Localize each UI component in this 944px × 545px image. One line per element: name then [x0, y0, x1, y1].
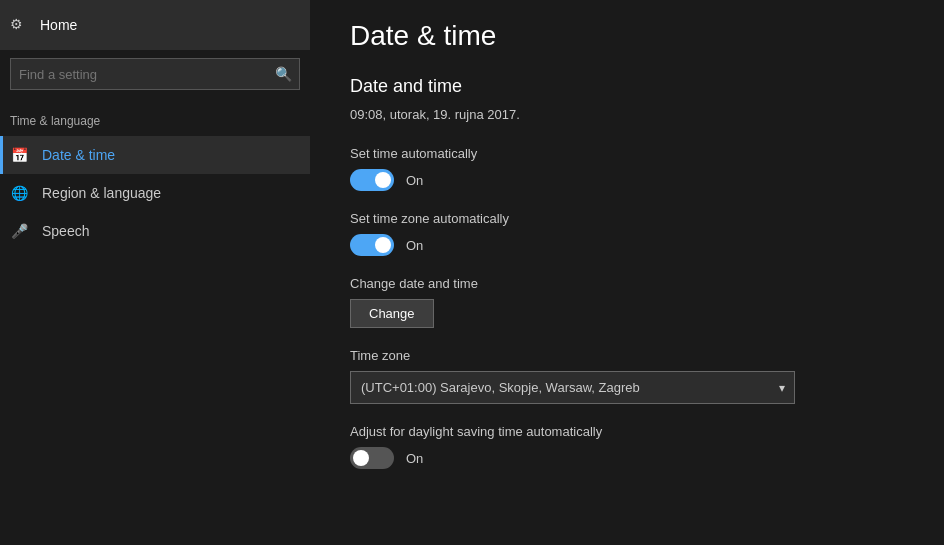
set-time-auto-toggle-row: On: [350, 169, 904, 191]
sidebar-section-label: Time & language: [0, 106, 310, 136]
set-timezone-auto-state: On: [406, 238, 423, 253]
set-timezone-auto-label: Set time zone automatically: [350, 211, 904, 226]
sidebar-item-home[interactable]: ⚙ Home: [0, 0, 310, 50]
timezone-select[interactable]: (UTC+01:00) Sarajevo, Skopje, Warsaw, Za…: [350, 371, 795, 404]
change-date-time-row: Change date and time Change: [350, 276, 904, 328]
search-box-container: 🔍: [0, 50, 310, 106]
set-timezone-auto-toggle-knob: [375, 237, 391, 253]
set-time-auto-toggle-knob: [375, 172, 391, 188]
sidebar-item-region-language[interactable]: 🌐 Region & language: [0, 174, 310, 212]
set-time-auto-state: On: [406, 173, 423, 188]
sidebar-item-speech-label: Speech: [42, 223, 89, 239]
search-input[interactable]: [11, 67, 267, 82]
set-timezone-auto-row: Set time zone automatically On: [350, 211, 904, 256]
region-icon: 🌐: [10, 184, 28, 202]
gear-icon: ⚙: [10, 16, 28, 34]
dst-toggle-knob: [353, 450, 369, 466]
dst-label: Adjust for daylight saving time automati…: [350, 424, 904, 439]
timezone-select-wrapper: (UTC+01:00) Sarajevo, Skopje, Warsaw, Za…: [350, 371, 795, 404]
change-date-time-label: Change date and time: [350, 276, 904, 291]
calendar-icon: 📅: [10, 146, 28, 164]
dst-toggle-row: On: [350, 447, 904, 469]
time-zone-label: Time zone: [350, 348, 904, 363]
main-content: Date & time Date and time 09:08, utorak,…: [310, 0, 944, 545]
change-button[interactable]: Change: [350, 299, 434, 328]
speech-icon: 🎤: [10, 222, 28, 240]
sidebar-item-date-time-label: Date & time: [42, 147, 115, 163]
section-heading: Date and time: [350, 76, 904, 97]
page-title: Date & time: [350, 20, 904, 52]
sidebar-item-date-time[interactable]: 📅 Date & time: [0, 136, 310, 174]
set-time-automatically-row: Set time automatically On: [350, 146, 904, 191]
time-zone-row: Time zone (UTC+01:00) Sarajevo, Skopje, …: [350, 348, 904, 404]
set-time-auto-label: Set time automatically: [350, 146, 904, 161]
set-time-auto-toggle[interactable]: [350, 169, 394, 191]
set-timezone-auto-toggle[interactable]: [350, 234, 394, 256]
sidebar-item-region-label: Region & language: [42, 185, 161, 201]
dst-state: On: [406, 451, 423, 466]
search-icon[interactable]: 🔍: [267, 58, 299, 90]
dst-toggle[interactable]: [350, 447, 394, 469]
dst-row: Adjust for daylight saving time automati…: [350, 424, 904, 469]
sidebar: ⚙ Home 🔍 Time & language 📅 Date & time 🌐…: [0, 0, 310, 545]
current-datetime: 09:08, utorak, 19. rujna 2017.: [350, 107, 904, 122]
sidebar-home-label: Home: [40, 17, 77, 33]
search-box: 🔍: [10, 58, 300, 90]
set-timezone-auto-toggle-row: On: [350, 234, 904, 256]
sidebar-item-speech[interactable]: 🎤 Speech: [0, 212, 310, 250]
